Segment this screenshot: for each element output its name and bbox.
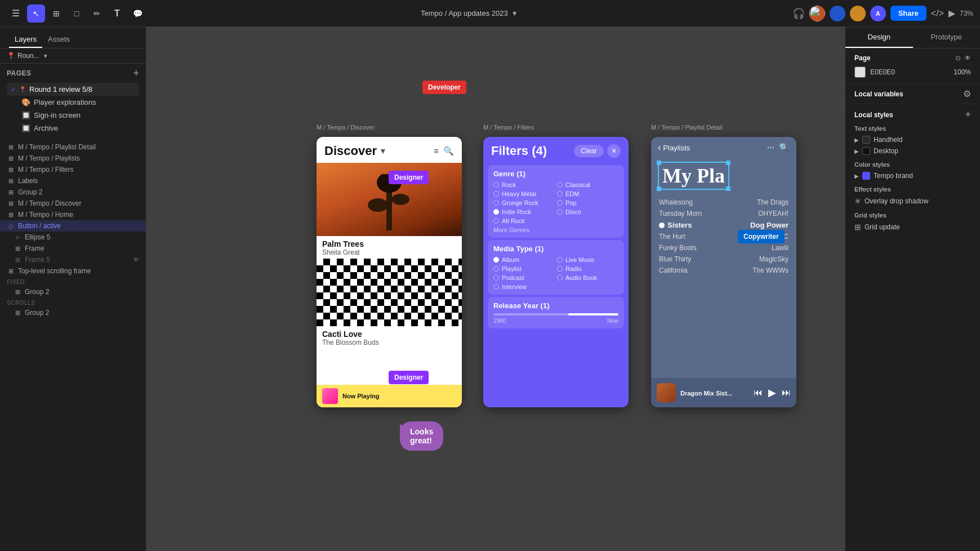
share-button[interactable]: Share xyxy=(890,6,926,21)
design-tab[interactable]: Design xyxy=(845,27,913,48)
canvas: ▶ Developer ✛ Designer ↖ Copywriter ▶ Lo… xyxy=(146,27,845,551)
layer-ellipse5[interactable]: ○ Ellipse 5 xyxy=(0,232,146,243)
page-item-archive[interactable]: 🔲 Archive xyxy=(7,122,139,135)
prototype-tab[interactable]: Prototype xyxy=(913,27,981,48)
layer-labels[interactable]: ⊞ Labels xyxy=(0,175,146,186)
page-color-swatch[interactable] xyxy=(854,66,866,78)
layer-icon-group2: ⊞ xyxy=(7,189,15,196)
layer-group2-scrolls[interactable]: ⊞ Group 2 xyxy=(0,307,146,318)
genre-grunge[interactable]: Grunge Rock xyxy=(493,199,555,206)
menu-icon[interactable]: ☰ xyxy=(7,5,25,23)
page-item-player[interactable]: 🎨 Player explorations xyxy=(7,96,139,109)
radio-altrock xyxy=(493,218,499,224)
radio-playlist xyxy=(493,266,499,272)
eye-icon-page[interactable]: 👁 xyxy=(964,54,971,62)
page-item-signin[interactable]: 🔲 Sign-in screen xyxy=(7,109,139,122)
filter-icon[interactable]: ≡ xyxy=(434,146,439,156)
frame-tool[interactable]: ⊞ xyxy=(47,5,65,23)
discover-title-area: Discover ▼ xyxy=(324,144,387,158)
genre-classical[interactable]: Classical xyxy=(557,181,618,188)
bottom-track-label: Now Playing xyxy=(342,393,379,399)
text-style-desktop[interactable]: ▶ Desktop xyxy=(854,145,971,157)
grid-update: ⊞ Grid update xyxy=(854,221,971,233)
text-tool[interactable]: T xyxy=(108,5,126,23)
text-styles-section: Text styles ▶ Handheld ▶ Desktop xyxy=(845,123,980,159)
layer-frame[interactable]: ⊞ Frame xyxy=(0,243,146,254)
close-button[interactable]: ✕ xyxy=(607,144,621,158)
shape-tool[interactable]: □ xyxy=(68,5,86,23)
layer-filters[interactable]: ⊞ M / Tempo / Filters xyxy=(0,164,146,175)
genre-edm[interactable]: EDM xyxy=(557,190,618,197)
layers-tab[interactable]: Layers xyxy=(9,32,42,48)
playlists-back-label: Playlists xyxy=(663,144,690,152)
play-button[interactable]: ▶ xyxy=(768,386,776,399)
layer-button-active[interactable]: ◇ Button / active xyxy=(0,220,146,232)
visibility-icon[interactable]: 👁 xyxy=(133,256,139,263)
headphones-icon[interactable]: 🎧 xyxy=(792,7,805,20)
media-livemusic[interactable]: Live Music xyxy=(557,256,618,263)
dropdown-arrow[interactable]: ▼ xyxy=(511,10,518,17)
layer-icon-top-scrolling: ⊞ xyxy=(7,268,15,275)
assets-tab[interactable]: Assets xyxy=(42,32,75,48)
genre-rock[interactable]: Rock xyxy=(493,181,555,188)
more-dots-icon[interactable]: ··· xyxy=(767,143,774,153)
page-icon[interactable]: ⊙ xyxy=(955,54,961,62)
filters-header-btns: Clear ✕ xyxy=(574,144,621,158)
section-label-fixed: FIXED xyxy=(0,277,146,286)
radio-audiobook xyxy=(557,275,563,281)
genre-indierock[interactable]: Indie Rock xyxy=(493,208,555,215)
file-title[interactable]: Tempo / App updates 2023 xyxy=(421,9,508,17)
genre-heavymetal[interactable]: Heavy Metal xyxy=(493,190,555,197)
playlist-back-area[interactable]: ‹ Playlists xyxy=(658,143,690,153)
media-album[interactable]: Album xyxy=(493,256,555,263)
playlist-title-box[interactable]: My Pla xyxy=(658,162,729,190)
location-bar: 📍 Roun... ▼ xyxy=(0,48,146,64)
genre-altrock[interactable]: Alt Rock xyxy=(493,217,555,224)
layer-label-group2: Group 2 xyxy=(18,188,42,196)
pen-tool[interactable]: ✏ xyxy=(88,5,106,23)
layer-playlists[interactable]: ⊞ M / Tempo / Playlists xyxy=(0,153,146,164)
more-genres-link[interactable]: More Genres xyxy=(493,226,618,233)
media-playlist[interactable]: Playlist xyxy=(493,265,555,272)
layer-frame5[interactable]: ⊞ Frame 5 👁 xyxy=(0,254,146,265)
next-button[interactable]: ⏭ xyxy=(782,388,791,398)
search-icon-playlist[interactable]: 🔍 xyxy=(779,143,790,153)
media-podcast[interactable]: Podcast xyxy=(493,274,555,281)
year-slider-track[interactable] xyxy=(493,313,618,316)
layer-icon-home: ⊞ xyxy=(7,211,15,219)
clear-button[interactable]: Clear xyxy=(574,145,604,157)
layer-group2[interactable]: ⊞ Group 2 xyxy=(0,186,146,198)
effect-icon: ✳ xyxy=(854,197,861,206)
add-page-button[interactable]: + xyxy=(133,68,139,78)
genre-title: Genre (1) xyxy=(493,170,618,178)
comment-tool[interactable]: 💬 xyxy=(128,5,146,23)
handle-tl xyxy=(657,161,661,165)
toolbar-left: ☰ ↖ ⊞ □ ✏ T 💬 xyxy=(7,5,146,23)
page-item-round1[interactable]: ✓ 📍 Round 1 review 5/8 xyxy=(7,83,139,96)
color-style-tempo[interactable]: ▶ Tempo brand xyxy=(854,170,971,181)
media-radio[interactable]: Radio xyxy=(557,265,618,272)
layer-playlist-detail[interactable]: ⊞ M / Tempo / Playlist Detail xyxy=(0,141,146,153)
designer-cursor-area: ✛ Designer xyxy=(389,171,396,181)
genre-pop[interactable]: Pop xyxy=(557,199,618,206)
zoom-level[interactable]: 73% xyxy=(960,10,973,17)
code-icon[interactable]: </> xyxy=(931,8,944,19)
play-icon[interactable]: ▶ xyxy=(948,8,955,19)
discover-dropdown[interactable]: ▼ xyxy=(379,146,387,155)
track-tuesday: Tuesday MornOHYEAH! xyxy=(659,208,789,219)
effect-styles-subtitle: Effect styles xyxy=(854,186,971,193)
add-style-button[interactable]: + xyxy=(965,109,971,121)
media-audiobook[interactable]: Audio Book xyxy=(557,274,618,281)
genre-disco[interactable]: Disco xyxy=(557,208,618,215)
search-icon-discover[interactable]: 🔍 xyxy=(443,146,454,156)
layer-home[interactable]: ⊞ M / Tempo / Home xyxy=(0,209,146,220)
prev-button[interactable]: ⏮ xyxy=(754,388,763,398)
text-style-handheld[interactable]: ▶ Handheld xyxy=(854,134,971,145)
layer-discover[interactable]: ⊞ M / Tempo / Discover xyxy=(0,198,146,209)
layer-group2-fixed[interactable]: ⊞ Group 2 xyxy=(0,286,146,297)
move-tool[interactable]: ↖ xyxy=(27,5,45,23)
media-interview[interactable]: Interview xyxy=(493,283,555,290)
left-panel: Layers Assets 📍 Roun... ▼ Pages + ✓ 📍 Ro… xyxy=(0,27,146,551)
local-variables-settings-icon[interactable]: ⚙ xyxy=(963,88,971,99)
layer-top-scrolling[interactable]: ⊞ Top-level scrolling frame xyxy=(0,265,146,277)
